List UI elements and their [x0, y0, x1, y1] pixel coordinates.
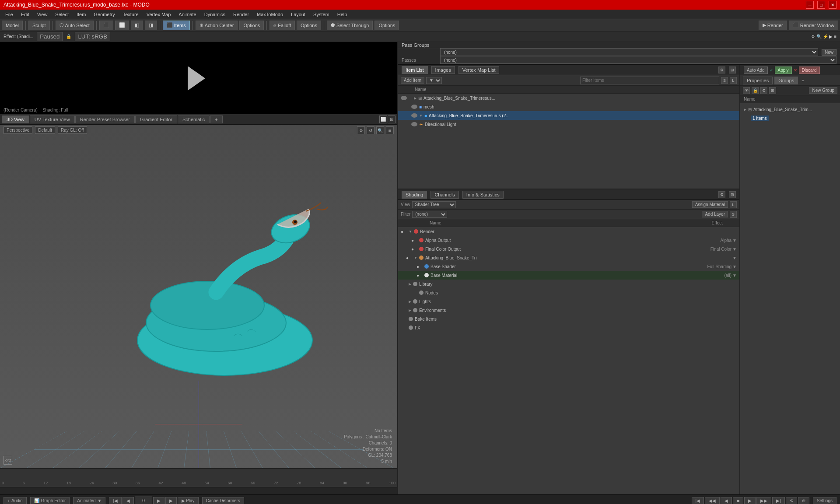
- tab-add[interactable]: +: [210, 116, 222, 123]
- list-item[interactable]: ▶ Library: [398, 280, 739, 288]
- select-through-button[interactable]: ⬟ Select Through: [327, 21, 373, 30]
- pb-btn-5[interactable]: ▶: [744, 497, 756, 504]
- vp-menu-icon[interactable]: ≡: [386, 126, 394, 134]
- filter-items-input[interactable]: [580, 77, 719, 84]
- panel-settings-icon[interactable]: ⚙: [718, 66, 725, 74]
- menu-maxtomodo[interactable]: MaxToModo: [253, 11, 287, 18]
- tab-channels[interactable]: Channels: [430, 191, 458, 199]
- tab-render-preset[interactable]: Render Preset Browser: [75, 116, 135, 123]
- new-group-button[interactable]: New Group: [809, 87, 837, 94]
- cache-deformers-button[interactable]: Cache Deformers: [202, 497, 244, 504]
- menu-vertex-map[interactable]: Vertex Map: [143, 11, 175, 18]
- tab-shading[interactable]: Shading: [402, 191, 427, 199]
- default-button[interactable]: Default: [35, 126, 55, 134]
- menu-render[interactable]: Render: [230, 11, 252, 18]
- play-fwd-button[interactable]: ▶ Play: [178, 497, 198, 504]
- pb-btn-3[interactable]: ◀: [721, 497, 732, 504]
- shade-filter-dropdown[interactable]: (none): [412, 211, 447, 218]
- list-item[interactable]: ● Final Color Output Final Color ▼: [398, 245, 739, 253]
- menu-select[interactable]: Select: [52, 11, 72, 18]
- discard-button[interactable]: Discard: [799, 66, 820, 74]
- options-button-3[interactable]: Options: [374, 21, 399, 30]
- list-item[interactable]: ▼ ■ Attacking_Blue_Snake_Trimeresurus (2…: [398, 111, 739, 120]
- toolbar-icon-2[interactable]: ⬜: [115, 21, 129, 30]
- apply-button[interactable]: Apply: [775, 66, 792, 74]
- tab-uv-texture[interactable]: UV Texture View: [30, 116, 75, 123]
- pass-groups-dropdown[interactable]: (none): [440, 48, 818, 56]
- assign-material-button[interactable]: Assign Material: [692, 201, 728, 208]
- model-button[interactable]: Model: [2, 21, 23, 30]
- tab-properties[interactable]: Properties: [743, 77, 773, 84]
- items-button[interactable]: ⬛ Items: [163, 21, 190, 30]
- list-item[interactable]: ▶ ⊞ Attacking_Blue_Snake_Trim...: [742, 105, 838, 114]
- panel-expand-icon[interactable]: ⊞: [729, 66, 736, 74]
- animated-button[interactable]: Animated ▼: [73, 497, 105, 504]
- toolbar-icon-4[interactable]: ◨: [145, 21, 157, 30]
- list-item[interactable]: ● ▼ Render: [398, 227, 739, 236]
- menu-view[interactable]: View: [34, 11, 51, 18]
- menu-help[interactable]: Help: [334, 11, 351, 18]
- settings-button[interactable]: Settings: [813, 497, 836, 504]
- render-window-button[interactable]: ⬛ Render Window: [789, 21, 838, 30]
- render-button[interactable]: ▶ Render: [759, 21, 787, 30]
- shade-s-icon2[interactable]: S: [730, 211, 737, 218]
- pb-btn-7[interactable]: ▶|: [772, 497, 785, 504]
- lut-button[interactable]: LUT: sRGB: [75, 32, 110, 41]
- list-item[interactable]: ▶ Lights: [398, 297, 739, 306]
- shade-settings-icon[interactable]: ⚙: [718, 191, 725, 198]
- pb-btn-8[interactable]: ⟲: [786, 497, 797, 504]
- tab-images[interactable]: Images: [431, 66, 455, 74]
- timeline-ruler[interactable]: 0 6 12 18 24 30 36 42 48 54 60 66 72 78 …: [0, 469, 397, 487]
- filter-s-icon[interactable]: S: [721, 77, 728, 84]
- list-item[interactable]: Bake Items: [398, 315, 739, 323]
- menu-file[interactable]: File: [2, 11, 17, 18]
- play-button[interactable]: [188, 66, 210, 91]
- viewport-3d[interactable]: Perspective Default Ray GL: Off ⚙ ↺ 🔍 ≡: [0, 125, 397, 468]
- close-button[interactable]: ✕: [829, 1, 836, 9]
- list-item[interactable]: FX: [398, 323, 739, 332]
- groups-eye-icon[interactable]: 👁: [743, 87, 750, 94]
- list-item[interactable]: ■ mesh: [398, 102, 739, 111]
- list-item[interactable]: ☀ Directional Light: [398, 120, 739, 129]
- frame-input[interactable]: [135, 497, 152, 504]
- auto-select-button[interactable]: ⬡ Auto Select: [56, 21, 94, 30]
- toolbar-icon-1[interactable]: ⬛: [99, 21, 113, 30]
- viewport-expand-icon[interactable]: ⊞: [388, 116, 396, 123]
- options-button-1[interactable]: Options: [239, 21, 264, 30]
- groups-grid-icon[interactable]: ⊞: [769, 87, 776, 94]
- perspective-button[interactable]: Perspective: [4, 126, 32, 134]
- tab-vertex-map-list[interactable]: Vertex Map List: [458, 66, 500, 74]
- tab-gradient-editor[interactable]: Gradient Editor: [135, 116, 177, 123]
- add-layer-button[interactable]: Add Layer: [702, 211, 728, 217]
- add-item-dropdown[interactable]: ▼: [426, 77, 442, 84]
- menu-item[interactable]: Item: [73, 11, 89, 18]
- menu-layout[interactable]: Layout: [287, 11, 309, 18]
- tab-3d-view[interactable]: 3D View: [2, 116, 29, 123]
- prev-frame-button[interactable]: ◀: [122, 497, 134, 504]
- pb-btn-2[interactable]: ◀◀: [705, 497, 720, 504]
- next-frame-button[interactable]: ▶: [165, 497, 177, 504]
- vp-search-icon[interactable]: 🔍: [376, 126, 384, 134]
- shade-l-icon[interactable]: L: [730, 201, 737, 208]
- list-item[interactable]: ● Alpha Output Alpha ▼: [398, 236, 739, 245]
- menu-texture[interactable]: Texture: [119, 11, 142, 18]
- list-item[interactable]: ● ▼ Attacking_Blue_Snake_Tri ▼: [398, 253, 739, 262]
- menu-dynamics[interactable]: Dynamics: [201, 11, 229, 18]
- list-item[interactable]: ▶ Environments: [398, 306, 739, 315]
- menu-animate[interactable]: Animate: [175, 11, 200, 18]
- list-item[interactable]: ● Base Shader Full Shading ▼: [398, 262, 739, 271]
- pb-btn-6[interactable]: ▶▶: [756, 497, 771, 504]
- audio-button[interactable]: ♪ Audio: [4, 497, 27, 504]
- menu-system[interactable]: System: [310, 11, 333, 18]
- minimize-button[interactable]: ─: [806, 1, 814, 9]
- maximize-button[interactable]: □: [817, 1, 825, 9]
- vp-settings-icon[interactable]: ⚙: [357, 126, 365, 134]
- add-item-button[interactable]: Add Item: [401, 77, 424, 84]
- play-pause-button[interactable]: ▶: [153, 497, 164, 504]
- graph-editor-button[interactable]: 📊 Graph Editor: [30, 497, 70, 504]
- viewport-maximize-icon[interactable]: ⬜: [379, 116, 387, 123]
- groups-settings-icon-2[interactable]: ⚙: [760, 87, 767, 94]
- vp-reset-icon[interactable]: ↺: [367, 126, 374, 134]
- menu-edit[interactable]: Edit: [18, 11, 33, 18]
- passes-dropdown[interactable]: (none): [440, 56, 836, 64]
